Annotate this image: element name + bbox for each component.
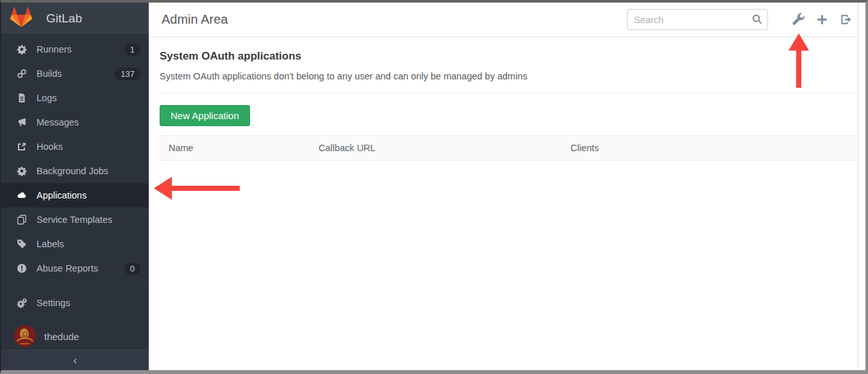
sidebar-nav: Runners 1 Builds 137 Logs [1, 34, 149, 350]
divider [160, 93, 858, 94]
table-header-row: Name Callback URL Clients [160, 136, 858, 161]
search-box [627, 9, 768, 30]
main-area: Admin Area [149, 3, 858, 370]
header-actions [627, 9, 853, 30]
gears-icon [17, 298, 27, 308]
sidebar-item-background-jobs[interactable]: Background Jobs [1, 159, 149, 183]
chevron-left-icon: ‹ [73, 354, 77, 367]
wrench-icon[interactable] [792, 13, 805, 26]
sidebar-item-label: Applications [37, 190, 87, 200]
tag-icon [17, 239, 27, 249]
sidebar-item-labels[interactable]: Labels [1, 232, 149, 256]
count-badge: 137 [115, 68, 140, 80]
sidebar-item-label: Logs [37, 93, 56, 103]
page-title: Admin Area [162, 12, 228, 27]
scrollbar-gutter[interactable] [858, 3, 865, 370]
gear-icon [17, 44, 27, 54]
sidebar-item-label: Hooks [37, 142, 63, 152]
sidebar-item-applications[interactable]: Applications [1, 183, 149, 207]
sidebar-item-hooks[interactable]: Hooks [1, 134, 149, 159]
content: System OAuth applications System OAuth a… [149, 37, 858, 161]
sidebar-item-builds[interactable]: Builds 137 [1, 61, 149, 86]
user-avatar [14, 325, 36, 347]
sidebar-item-settings[interactable]: Settings [1, 291, 149, 315]
copy-icon [17, 215, 27, 225]
sidebar-item-label: Settings [37, 298, 70, 308]
sidebar-item-messages[interactable]: Messages [1, 110, 149, 134]
sidebar-item-logs[interactable]: Logs [1, 86, 149, 110]
count-badge: 0 [124, 263, 140, 275]
gitlab-tanuki-icon [10, 6, 32, 30]
sidebar-item-label: Builds [37, 69, 62, 79]
sidebar-item-service-templates[interactable]: Service Templates [1, 207, 149, 232]
sign-out-icon[interactable] [839, 13, 853, 26]
column-header-clients: Clients [562, 136, 858, 160]
external-link-icon [17, 142, 27, 152]
sidebar: GitLab Runners 1 Builds 137 [1, 3, 149, 370]
chain-icon [17, 69, 27, 79]
plus-icon[interactable] [816, 13, 828, 26]
oauth-applications-table: Name Callback URL Clients [160, 135, 858, 161]
sidebar-collapse-button[interactable]: ‹ [1, 350, 149, 370]
cloud-icon [17, 190, 27, 200]
sidebar-item-label: Messages [37, 117, 79, 127]
app: GitLab Runners 1 Builds 137 [1, 3, 865, 370]
column-header-callback: Callback URL [310, 136, 562, 160]
count-badge: 1 [124, 44, 140, 56]
megaphone-icon [17, 117, 27, 127]
exclamation-icon [17, 263, 27, 273]
sidebar-item-user-profile[interactable]: thedude [1, 323, 149, 350]
sidebar-item-abuse-reports[interactable]: Abuse Reports 0 [1, 256, 149, 280]
top-header: Admin Area [149, 3, 858, 37]
file-icon [17, 93, 27, 103]
user-name: thedude [44, 331, 79, 342]
search-icon [751, 13, 763, 28]
gear-icon [17, 166, 27, 176]
sidebar-item-label: Labels [37, 239, 64, 249]
logo-text: GitLab [46, 12, 82, 26]
sidebar-item-label: Service Templates [37, 215, 112, 225]
new-application-button[interactable]: New Application [160, 105, 250, 126]
sidebar-item-label: Runners [37, 44, 72, 54]
sidebar-item-label: Background Jobs [37, 166, 108, 176]
sidebar-item-runners[interactable]: Runners 1 [1, 37, 149, 61]
column-header-name: Name [160, 136, 310, 160]
gitlab-logo[interactable]: GitLab [1, 3, 149, 34]
section-heading: System OAuth applications [160, 50, 858, 63]
search-input[interactable] [627, 9, 768, 30]
section-description: System OAuth applications don't belong t… [160, 71, 858, 81]
window: GitLab Runners 1 Builds 137 [0, 0, 868, 374]
sidebar-item-label: Abuse Reports [37, 263, 98, 273]
sidebar-divider [1, 286, 149, 287]
